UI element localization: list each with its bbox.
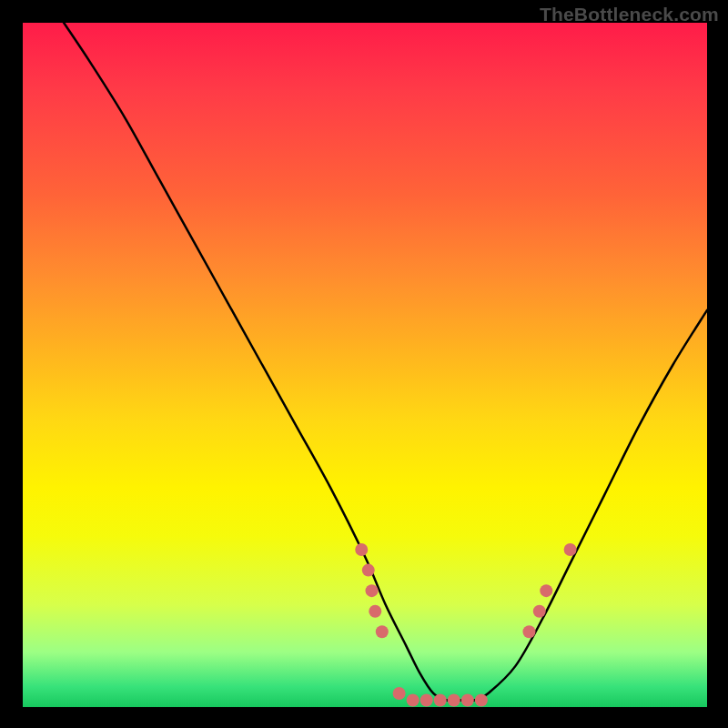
bottleneck-curve-line xyxy=(64,23,707,701)
curve-marker xyxy=(420,693,433,706)
curve-marker xyxy=(461,693,474,706)
curve-marker xyxy=(448,693,460,706)
curve-marker xyxy=(407,693,420,706)
curve-marker xyxy=(369,605,381,618)
curve-marker xyxy=(522,625,535,638)
curve-marker xyxy=(355,543,368,556)
chart-plot-area xyxy=(23,23,707,707)
curve-marker xyxy=(376,625,389,638)
curve-marker xyxy=(362,564,375,577)
curve-marker xyxy=(540,584,552,597)
watermark-text: TheBottleneck.com xyxy=(540,4,719,25)
curve-markers xyxy=(355,543,576,706)
curve-marker xyxy=(393,687,406,700)
curve-marker xyxy=(564,543,577,556)
curve-marker xyxy=(434,693,447,706)
curve-marker xyxy=(533,605,546,618)
curve-marker xyxy=(475,693,488,706)
curve-marker xyxy=(366,584,379,597)
chart-svg xyxy=(23,23,707,707)
